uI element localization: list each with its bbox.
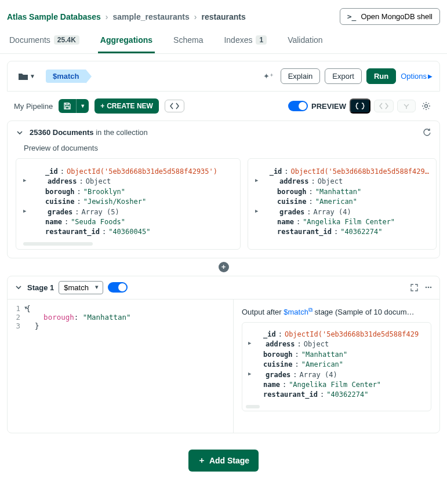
expand-icon[interactable]: ▶ [255, 177, 262, 187]
field-key: grades [48, 207, 72, 217]
svg-point-2 [428, 287, 430, 288]
scrollbar-thumb[interactable] [23, 242, 93, 246]
documents-suffix: in the collection [94, 128, 148, 137]
documents-count: 25360 Documents [30, 128, 94, 137]
table-view-button[interactable] [374, 100, 394, 112]
create-new-label: CREATE NEW [107, 102, 153, 110]
expand-icon[interactable]: ▶ [23, 207, 30, 217]
output-suffix: stage (Sample of 10 docum… [312, 308, 415, 316]
stage-body: 1▼{ 2 borough: "Manhattan" 3 } Output af… [8, 300, 439, 433]
ai-sparkle-icon[interactable]: ✦⁺ [261, 70, 276, 83]
field-value: "40360045" [108, 227, 150, 237]
code-line: } [35, 322, 39, 330]
field-key: _id [270, 167, 282, 177]
chevron-down-icon[interactable] [16, 129, 24, 137]
breadcrumb-database[interactable]: sample_restaurants [113, 12, 190, 21]
field-key: name [263, 380, 280, 390]
toolbar-left: ▼ $match [14, 70, 86, 83]
output-link-label: $match [284, 308, 308, 316]
stage-doc-link[interactable]: $match⧉ [284, 308, 312, 316]
add-stage-footer: ＋ Add Stage [0, 433, 447, 482]
json-view-button[interactable] [350, 98, 370, 114]
field-key: grades [279, 207, 304, 217]
output-header: Output after $match⧉ stage (Sample of 10… [242, 306, 431, 316]
document-cards: _id: ObjectId('5eb3d668b31de5d588f42935'… [8, 158, 439, 258]
stage-editor[interactable]: 1▼{ 2 borough: "Manhattan" 3 } [8, 300, 234, 433]
field-key: address [279, 177, 309, 187]
expand-icon[interactable]: ▶ [23, 177, 30, 187]
save-button[interactable] [59, 99, 76, 113]
field-key: _id [263, 330, 276, 339]
code-icon [379, 103, 388, 109]
export-button[interactable]: Export [325, 68, 362, 84]
add-stage-inline-button[interactable]: + [219, 262, 229, 272]
expand-icon[interactable]: ▶ [248, 339, 255, 349]
save-icon [63, 102, 71, 110]
field-key: address [266, 339, 295, 349]
field-value: Array (4) [314, 207, 351, 217]
collapse-button[interactable] [397, 100, 416, 112]
stage-menu-button[interactable] [424, 283, 433, 291]
tab-validation[interactable]: Validation [285, 30, 325, 53]
field-key: name [277, 217, 294, 227]
refresh-button[interactable] [423, 128, 431, 137]
expand-icon[interactable]: ▶ [248, 370, 255, 380]
stage-operator-select[interactable]: $match [59, 281, 103, 294]
svg-point-3 [430, 287, 432, 288]
code-value: "Manhattan" [83, 313, 131, 322]
field-value: Array (5) [82, 207, 119, 217]
documents-panel-header: 25360 Documents in the collection [8, 121, 439, 144]
code-icon [170, 103, 179, 109]
field-value: ObjectId('5eb3d668b31de5d588f429 [285, 330, 419, 339]
open-shell-button[interactable]: >_ Open MongoDB shell [340, 8, 440, 25]
breadcrumb-collection[interactable]: restaurants [202, 12, 246, 21]
saved-pipelines-button[interactable]: ▼ [14, 70, 39, 83]
caret-down-icon: ▼ [30, 73, 35, 79]
tab-schema[interactable]: Schema [171, 30, 205, 53]
pipeline-bar-left: My Pipeline ▼ + CREATE NEW [14, 98, 184, 114]
field-key: borough [45, 187, 75, 197]
add-stage-button[interactable]: ＋ Add Stage [188, 450, 259, 472]
save-dropdown-button[interactable]: ▼ [76, 99, 89, 113]
chevron-right-icon: › [106, 12, 108, 21]
scrollbar-thumb[interactable] [246, 405, 260, 408]
options-label: Options [401, 72, 427, 81]
text-mode-button[interactable] [165, 100, 184, 112]
svg-point-1 [426, 287, 427, 288]
field-value: "Manhattan" [315, 187, 361, 197]
run-button[interactable]: Run [366, 68, 396, 84]
field-key: cuisine [277, 197, 307, 207]
settings-button[interactable] [419, 99, 433, 113]
stage-panel: Stage 1 $match 1▼{ 2 borough: "Manhattan… [7, 276, 440, 433]
pipeline-stage-pill[interactable]: $match [46, 70, 86, 83]
external-link-icon: ⧉ [308, 306, 312, 313]
breadcrumb: Atlas Sample Databases › sample_restaura… [7, 12, 246, 21]
create-new-button[interactable]: + CREATE NEW [95, 98, 159, 114]
fold-icon[interactable]: ▼ [24, 305, 27, 311]
documents-summary: 25360 Documents in the collection [30, 128, 148, 137]
breadcrumb-root[interactable]: Atlas Sample Databases [7, 12, 101, 21]
tab-documents[interactable]: Documents 25.4K [7, 30, 82, 53]
chevron-down-icon[interactable] [14, 283, 23, 291]
caret-down-icon: ▼ [80, 103, 85, 109]
chevron-right-icon: › [194, 12, 197, 21]
open-shell-label: Open MongoDB shell [361, 12, 433, 21]
tab-indexes[interactable]: Indexes 1 [221, 30, 269, 53]
options-link[interactable]: Options ▶ [401, 72, 433, 81]
tab-indexes-label: Indexes [224, 35, 252, 45]
field-key: restaurant_id [45, 227, 100, 237]
plus-icon: + [100, 102, 104, 110]
field-key: grades [266, 370, 290, 380]
field-value: "American" [315, 197, 357, 207]
explain-button[interactable]: Explain [281, 68, 321, 84]
field-key: _id [45, 167, 58, 177]
stage-enabled-toggle[interactable] [108, 282, 128, 293]
field-value: ObjectId('5eb3d668b31de5d588f42935') [67, 167, 217, 177]
add-stage-label: Add Stage [209, 456, 249, 465]
expand-stage-button[interactable] [410, 283, 419, 292]
expand-icon[interactable]: ▶ [255, 207, 262, 217]
folder-icon [18, 72, 28, 81]
refresh-icon [423, 128, 431, 137]
preview-toggle[interactable] [288, 101, 308, 111]
tab-aggregations[interactable]: Aggregations [98, 30, 155, 53]
